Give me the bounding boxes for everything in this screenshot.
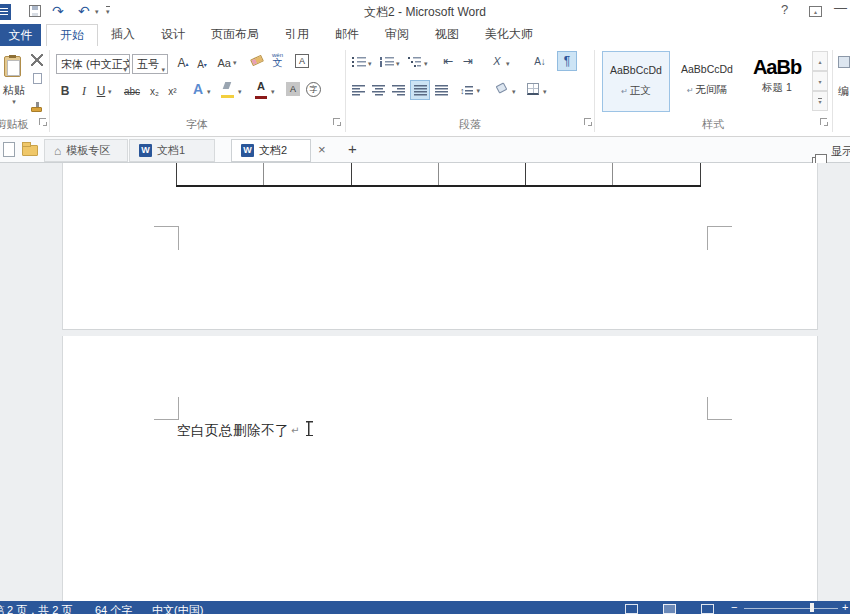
decrease-indent-icon[interactable]: ⇤ [440,53,456,69]
text-effects-button[interactable]: A [190,79,206,99]
align-left-button[interactable] [350,82,367,99]
multilevel-dropdown-icon[interactable]: ▾ [424,60,428,68]
tab-insert[interactable]: 插入 [98,24,148,46]
font-color-dropdown-icon[interactable]: ▾ [271,88,275,96]
zoom-slider-handle[interactable] [810,603,814,612]
style-normal[interactable]: AaBbCcDd ↵正文 [602,51,670,112]
paragraph-dialog-launcher-icon[interactable] [584,118,593,127]
zoom-slider-track[interactable] [744,608,838,609]
page-2[interactable]: 空白页总删除不了 ↵ [62,336,818,601]
copy-icon[interactable] [33,73,42,84]
multilevel-list-icon[interactable] [408,57,422,67]
bold-button[interactable]: B [58,82,72,100]
new-tab-icon[interactable]: + [348,140,357,157]
align-center-button[interactable] [370,82,387,99]
show-hide-marks-button[interactable]: ¶ [557,51,577,71]
shrink-font-button[interactable]: A▾ [194,56,210,72]
tab-view[interactable]: 视图 [422,24,472,46]
character-border-icon[interactable]: A [295,54,309,68]
align-right-icon [392,85,405,96]
shading-dropdown-icon[interactable]: ▾ [512,88,516,96]
read-mode-button[interactable] [625,604,638,614]
asian-layout-icon[interactable]: X [489,53,505,69]
style-no-spacing[interactable]: AaBbCcDd ↵无间隔 [673,51,741,112]
language-indicator[interactable]: 中文(中国) [152,603,203,614]
enclose-characters-icon[interactable]: 字 [306,82,321,97]
style-name: 标题 1 [762,81,792,93]
page-indicator[interactable]: 第 2 页，共 2 页 [0,603,72,614]
tab-review[interactable]: 审阅 [372,24,422,46]
word-doc-icon: W [241,144,254,157]
crop-mark [178,397,179,420]
bullets-dropdown-icon[interactable]: ▾ [368,60,372,68]
doc-tab-document2[interactable]: W 文档2 [231,139,311,162]
web-layout-button[interactable] [701,604,714,614]
editing-group-icon[interactable] [838,56,850,68]
style-heading1[interactable]: AaBb 标题 1 [744,51,810,112]
tab-references[interactable]: 引用 [272,24,322,46]
asian-layout-dropdown-icon[interactable]: ▾ [506,60,510,68]
justify-button[interactable] [410,80,430,100]
zoom-out-icon[interactable]: − [731,601,737,613]
tab-home[interactable]: 开始 [46,24,98,46]
print-layout-button[interactable] [663,604,676,614]
doc-tab-template-zone[interactable]: ⌂ 模板专区 [44,139,128,162]
line-spacing-button[interactable]: ↕ ▾ [457,82,483,99]
text-effects-dropdown-icon[interactable]: ▾ [207,88,211,96]
align-right-button[interactable] [390,82,407,99]
new-document-icon[interactable] [3,142,15,157]
subscript-button[interactable]: x₂ [146,82,163,100]
tab-beautify[interactable]: 美化大师 [472,24,546,46]
styles-dialog-launcher-icon[interactable] [820,118,829,127]
justify-icon [414,85,427,96]
bullets-icon[interactable] [352,57,366,67]
help-icon[interactable]: ? [781,2,788,17]
font-color-button[interactable]: A [254,80,268,99]
shading-bucket-icon[interactable] [496,82,508,93]
font-dialog-launcher-icon[interactable] [333,118,342,127]
grow-font-button[interactable]: A▴ [174,54,192,72]
numbering-dropdown-icon[interactable]: ▾ [396,60,400,68]
numbering-icon[interactable] [380,57,394,67]
font-color-bar [255,96,267,100]
underline-button[interactable]: U [94,82,108,100]
document-text[interactable]: 空白页总删除不了 [177,422,289,440]
strikethrough-button[interactable]: abc [120,82,144,100]
tab-page-layout[interactable]: 页面布局 [198,24,272,46]
word-count[interactable]: 64 个字 [95,603,132,614]
styles-scroll-down-button[interactable]: ▾ [812,71,828,91]
italic-button[interactable]: I [78,82,90,100]
distribute-button[interactable] [433,82,450,99]
font-size-combobox[interactable]: 五号 ▾ [132,54,168,74]
superscript-button[interactable]: x² [164,82,181,100]
page-1[interactable] [62,163,818,330]
character-shading-icon[interactable]: A [286,82,300,96]
tab-mailings[interactable]: 邮件 [322,24,372,46]
clear-formatting-icon[interactable] [250,55,264,66]
styles-more-button[interactable]: ▾ [812,91,828,111]
increase-indent-icon[interactable]: ⇥ [460,53,476,69]
highlight-dropdown-icon[interactable]: ▾ [238,88,242,96]
format-painter-icon[interactable] [31,107,42,112]
change-case-button[interactable]: Aa▾ [215,54,239,72]
ribbon-display-options-icon[interactable]: ▴ [809,6,822,17]
tab-design[interactable]: 设计 [148,24,198,46]
underline-dropdown-icon[interactable]: ▾ [108,88,112,96]
tabbar-right-label[interactable]: 显示 [831,144,850,159]
phonetic-guide-icon[interactable]: wén 文 [272,52,283,68]
styles-scroll-up-button[interactable]: ▴ [812,51,828,71]
borders-icon[interactable] [527,83,539,95]
doc-tab-document1[interactable]: W 文档1 [129,139,215,162]
sort-icon[interactable]: A↓ [530,53,550,69]
cut-icon[interactable] [31,54,43,66]
close-tab-icon[interactable]: × [318,142,326,157]
minimize-icon[interactable]: — [834,0,847,15]
font-name-combobox[interactable]: 宋体 (中文正文 ▾ [56,54,130,74]
tab-file[interactable]: 文件 [0,24,41,46]
zoom-in-icon[interactable]: + [842,601,848,613]
clipboard-dialog-launcher-icon[interactable] [39,118,48,127]
paste-button[interactable]: 粘贴 ▾ [0,50,28,110]
open-folder-icon[interactable] [22,145,38,156]
borders-dropdown-icon[interactable]: ▾ [543,88,547,96]
highlight-button[interactable] [221,82,234,98]
